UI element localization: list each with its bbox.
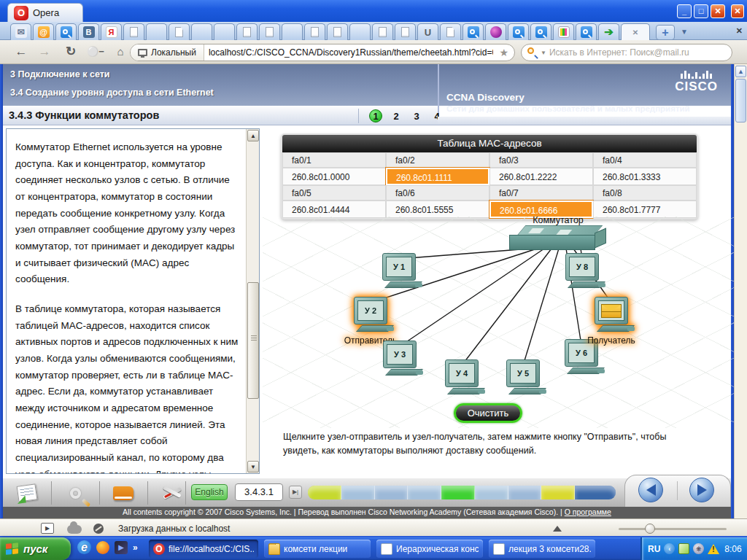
host-node-receiver[interactable]: Получатель <box>589 297 633 332</box>
browser-tab[interactable] <box>282 23 303 40</box>
local-mode-button[interactable]: Локальный <box>131 44 204 61</box>
outer-close-button[interactable]: ✕ <box>731 4 744 18</box>
browser-tab[interactable] <box>236 23 258 40</box>
text-scroll-down-icon[interactable]: ▼ <box>247 461 259 472</box>
language-button[interactable]: English <box>191 484 228 500</box>
host-node-u5[interactable]: У 5 <box>501 359 545 394</box>
ie-icon[interactable]: e <box>77 540 91 554</box>
index-button[interactable] <box>4 480 50 506</box>
browser-tab[interactable] <box>304 23 325 40</box>
taskbar-task[interactable]: WИерархическая конс... <box>376 540 483 558</box>
page-number-2[interactable]: 2 <box>390 109 403 122</box>
tools-button[interactable] <box>149 480 194 506</box>
quick-launch-more-icon[interactable]: » <box>133 542 138 553</box>
home-icon[interactable]: ⌂ <box>111 43 130 61</box>
maximize-button[interactable]: □ <box>694 4 708 18</box>
browser-tab[interactable] <box>440 23 461 40</box>
close-button[interactable]: ✕ <box>711 4 725 18</box>
search-box[interactable]: ▼ Искать в Интернет: Поиск@mail.ru <box>521 44 732 61</box>
reload-icon[interactable]: ↻ <box>61 43 80 61</box>
scroll-up-icon[interactable]: ▲ <box>735 66 746 77</box>
progress-segment[interactable] <box>541 486 575 499</box>
zoom-knob[interactable] <box>645 524 655 534</box>
text-scrollbar[interactable]: ▲ ▼ <box>246 129 259 473</box>
go-to-section-icon[interactable]: ▶| <box>289 486 302 499</box>
host-node-u4[interactable]: У 4 <box>440 359 484 394</box>
new-tab-button[interactable]: + <box>656 25 675 40</box>
text-scroll-up-icon[interactable]: ▲ <box>247 130 259 141</box>
browser-tab[interactable] <box>214 23 235 40</box>
close-tab-icon[interactable]: ✕ <box>632 28 638 36</box>
forward-icon[interactable]: → <box>35 43 54 61</box>
search-button[interactable] <box>53 480 98 506</box>
next-page-button[interactable] <box>689 478 714 502</box>
page-number-1[interactable]: 1 <box>369 109 382 122</box>
turbo-cloud-icon[interactable] <box>67 525 82 534</box>
scroll-thumb[interactable] <box>735 79 746 122</box>
bookmark-star-icon[interactable]: ★ <box>493 47 514 58</box>
page-number-3[interactable]: 3 <box>410 109 423 122</box>
browser-tab[interactable]: U <box>417 23 438 40</box>
browser-tab[interactable] <box>349 23 371 40</box>
keyboard-language[interactable]: RU <box>648 544 660 554</box>
tray-app-icon[interactable] <box>678 543 689 554</box>
tab-list-dropdown-icon[interactable]: ▼ <box>681 28 688 40</box>
glossary-button[interactable] <box>101 480 146 506</box>
browser-tab[interactable] <box>123 23 144 40</box>
progress-segment[interactable] <box>475 486 508 499</box>
browser-tab[interactable] <box>576 23 597 40</box>
browser-icon[interactable] <box>96 541 109 554</box>
taskbar-task[interactable]: комсети лекции <box>264 540 371 558</box>
host-node-u8[interactable]: У 8 <box>560 253 604 288</box>
clear-button[interactable]: Очистить <box>454 403 522 423</box>
browser-tab[interactable] <box>146 23 167 40</box>
browser-tab[interactable]: В <box>78 23 99 40</box>
browser-tab[interactable] <box>169 23 190 40</box>
blocked-content-icon[interactable] <box>93 524 104 534</box>
tabbar-close-icon[interactable]: ✕ <box>736 26 743 36</box>
taskbar-task[interactable]: Wлекция 3 комсети28... <box>489 540 595 558</box>
progress-segment[interactable] <box>575 486 616 499</box>
browser-tab[interactable] <box>395 23 416 40</box>
panels-toggle-icon[interactable]: ▶ <box>41 523 54 534</box>
browser-tab[interactable] <box>553 23 574 40</box>
search-dropdown-icon[interactable]: ▼ <box>541 50 546 56</box>
host-node-u1[interactable]: У 1 <box>377 253 421 288</box>
progress-segment[interactable] <box>408 486 441 499</box>
browser-tab[interactable] <box>485 23 506 40</box>
page-scrollbar[interactable]: ▲ ▼ <box>734 64 747 537</box>
browser-tab[interactable]: Я <box>101 23 122 40</box>
active-tab[interactable]: ✕ <box>621 23 650 40</box>
browser-tab[interactable]: @ <box>33 23 54 40</box>
key-icon[interactable]: ⚪− <box>86 43 105 61</box>
browser-tab[interactable] <box>508 23 529 40</box>
back-icon[interactable]: ← <box>12 43 31 61</box>
about-link[interactable]: О программе <box>565 508 611 516</box>
browser-tab[interactable] <box>327 23 348 40</box>
hide-icons-icon[interactable]: ‹ <box>664 543 675 554</box>
fit-width-icon[interactable] <box>553 526 562 532</box>
url-input[interactable]: localhost/C:/CISCO_CCNA/Discovery1Russia… <box>204 47 493 58</box>
progress-segment[interactable] <box>308 486 341 499</box>
browser-tab[interactable]: ➔ <box>598 23 619 40</box>
tray-update-icon[interactable]: ❋ <box>693 543 704 554</box>
progress-segment[interactable] <box>341 486 375 499</box>
browser-tab[interactable] <box>55 23 77 40</box>
browser-tab[interactable] <box>259 23 280 40</box>
tray-warning-icon[interactable] <box>708 544 719 554</box>
host-node-u3[interactable]: У 3 <box>378 341 422 376</box>
text-scroll-thumb[interactable] <box>247 282 259 399</box>
progress-segment[interactable] <box>441 486 475 499</box>
previous-page-button[interactable] <box>638 478 663 502</box>
start-button[interactable]: пуск <box>0 537 71 560</box>
browser-tab[interactable]: ✉ <box>10 23 31 40</box>
host-node-u2[interactable]: У 2Отправитель <box>349 297 392 332</box>
browser-tab[interactable] <box>462 23 484 40</box>
minimize-button[interactable]: _ <box>677 4 692 18</box>
browser-tab[interactable] <box>530 23 551 40</box>
zoom-slider[interactable] <box>619 528 727 530</box>
media-player-icon[interactable]: ▶ <box>115 541 128 554</box>
progress-segment[interactable] <box>508 486 542 499</box>
opera-menu-button[interactable]: O Opera <box>7 3 83 22</box>
browser-tab[interactable] <box>191 23 212 40</box>
